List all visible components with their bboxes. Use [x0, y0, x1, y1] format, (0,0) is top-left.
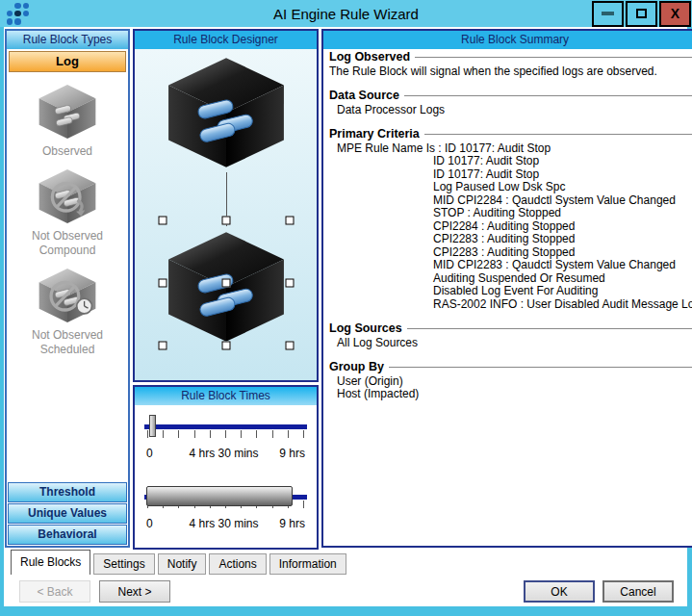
- selection-handle[interactable]: [285, 217, 294, 225]
- not-observed-compound-cube-icon: [36, 167, 99, 225]
- summary-line: All Log Sources: [329, 337, 692, 350]
- section-divider: [404, 95, 692, 97]
- wizard-nav-row: < Back Next > OK Cancel: [4, 580, 687, 603]
- tab-rule-blocks[interactable]: Rule Blocks: [11, 550, 90, 575]
- maximize-button[interactable]: [626, 1, 657, 27]
- app-dots-icon: [7, 3, 29, 25]
- slider-label-max: 9 hrs: [272, 447, 305, 460]
- behavioral-button[interactable]: Behavioral: [8, 525, 127, 545]
- rule-block-types-panel: Rule Block Types Log: [5, 29, 130, 548]
- section-title: Data Source: [329, 90, 399, 103]
- summary-line: CPI2284 : Auditing Stopped: [329, 220, 692, 234]
- summary-line: ID 10177: Audit Stop: [329, 168, 692, 182]
- titlebar: AI Engine Rule Wizard X: [0, 0, 692, 27]
- minimize-button[interactable]: [592, 1, 624, 27]
- type-label-observed: Observed: [7, 144, 128, 159]
- summary-line: Disabled Log Event For Auditing: [329, 285, 692, 298]
- summary-line: CPI2283 : Auditing Stopped: [329, 246, 692, 260]
- summary-line: Data Processor Logs: [329, 104, 692, 117]
- type-item-not-observed-compound[interactable]: Not Observed Compound: [7, 167, 128, 258]
- slider-label-min: 0: [146, 517, 175, 530]
- summary-line: User (Origin): [329, 375, 692, 389]
- selection-handle[interactable]: [285, 279, 294, 288]
- slider-track[interactable]: [144, 424, 307, 429]
- section-title: Primary Criteria: [329, 128, 420, 141]
- selection-handle[interactable]: [158, 342, 167, 350]
- slider-label-mid: 4 hrs 30 mins: [175, 447, 272, 460]
- rule-block-summary-panel: Rule Block Summary Log ObservedThe Rule …: [321, 29, 692, 548]
- type-label-not-observed-scheduled: Not Observed Scheduled: [7, 328, 128, 357]
- tab-information[interactable]: Information: [269, 553, 346, 575]
- slider-label-min: 0: [146, 447, 175, 460]
- tab-actions[interactable]: Actions: [209, 553, 266, 575]
- summary-section: Group ByUser (Origin)Host (Impacted): [329, 361, 692, 401]
- section-divider: [424, 134, 692, 136]
- summary-line: ID 10177: Audit Stop: [329, 155, 692, 168]
- summary-section: Log ObservedThe Rule Block will signal w…: [329, 51, 692, 78]
- dialog-content: Rule Block Types Log: [4, 27, 687, 606]
- close-button[interactable]: X: [659, 1, 691, 27]
- threshold-button[interactable]: Threshold: [8, 482, 127, 502]
- tab-notify[interactable]: Notify: [158, 553, 207, 575]
- selection-handle[interactable]: [285, 342, 294, 350]
- summary-sections: Log ObservedThe Rule Block will signal w…: [323, 49, 692, 546]
- summary-line: RAS-2002 INFO : User Disabled Audit Mess…: [329, 298, 692, 312]
- summary-line: MPE Rule Name Is : ID 10177: Audit Stop: [329, 142, 692, 156]
- slider-thumb[interactable]: [149, 415, 156, 437]
- rule-block-times-panel: Rule Block Times 0 4 hrs 30 mins: [133, 385, 319, 550]
- selection-handle[interactable]: [221, 342, 230, 350]
- close-icon: X: [671, 6, 679, 21]
- designer-canvas[interactable]: [135, 49, 317, 380]
- ai-engine-rule-wizard-window: AI Engine Rule Wizard X Rule Block Types…: [0, 0, 692, 616]
- section-title: Log Sources: [329, 322, 402, 336]
- times-body: 0 4 hrs 30 mins 9 hrs: [135, 405, 317, 548]
- next-button[interactable]: Next >: [99, 580, 170, 603]
- type-item-not-observed-scheduled[interactable]: Not Observed Scheduled: [7, 267, 128, 357]
- slider-labels: 0 4 hrs 30 mins 9 hrs: [146, 447, 305, 460]
- slider-label-mid: 4 hrs 30 mins: [175, 517, 272, 530]
- back-button[interactable]: < Back: [19, 580, 90, 603]
- rule-block-designer-panel: Rule Block Designer: [133, 29, 319, 382]
- ok-button[interactable]: OK: [524, 580, 595, 603]
- summary-line: STOP : Auditing Stopped: [329, 207, 692, 220]
- summary-section: Primary CriteriaMPE Rule Name Is : ID 10…: [329, 128, 692, 311]
- summary-section: Data SourceData Processor Logs: [329, 90, 692, 116]
- window-title: AI Engine Rule Wizard: [0, 6, 692, 22]
- range-slider-bar[interactable]: [146, 486, 293, 506]
- summary-line: MID CPI2283 : Qaudctl System Value Chang…: [329, 259, 692, 272]
- section-divider: [389, 367, 692, 369]
- cancel-button[interactable]: Cancel: [602, 580, 674, 603]
- rule-block-types-header: Rule Block Types: [7, 31, 128, 49]
- left-panel-spacer: [7, 357, 128, 482]
- log-type-button[interactable]: Log: [9, 51, 126, 72]
- not-observed-scheduled-cube-icon: [36, 267, 99, 324]
- slider-labels: 0 4 hrs 30 mins 9 hrs: [146, 517, 305, 530]
- maximize-icon: [636, 9, 647, 18]
- rule-block-times-header: Rule Block Times: [135, 387, 317, 405]
- designer-column: Rule Block Designer: [133, 29, 319, 548]
- rule-block-designer-header: Rule Block Designer: [135, 31, 317, 49]
- summary-line: The Rule Block will signal when the spec…: [329, 65, 692, 79]
- section-title: Group By: [329, 361, 384, 374]
- selection-handle[interactable]: [158, 279, 167, 288]
- summary-line: CPI2283 : Auditing Stopped: [329, 233, 692, 246]
- range-slider: [144, 485, 307, 514]
- summary-line: Log Paused Low Dsk Spc: [329, 181, 692, 194]
- selection-handle[interactable]: [221, 217, 230, 225]
- section-divider: [415, 57, 692, 59]
- tab-settings[interactable]: Settings: [93, 553, 154, 575]
- selection-handles: [163, 220, 290, 346]
- wizard-tab-strip: Rule Blocks Settings Notify Actions Info…: [11, 550, 687, 575]
- summary-line: Auditing Suspended Or Resumed: [329, 272, 692, 286]
- section-divider: [407, 328, 692, 330]
- summary-line: MID CPI2284 : Qaudctl System Value Chang…: [329, 194, 692, 208]
- observed-cube-icon: [36, 83, 99, 141]
- selection-handle[interactable]: [221, 279, 230, 288]
- parent-rule-block-cube[interactable]: [163, 54, 290, 171]
- slider-ticks: [147, 430, 304, 438]
- selection-handle[interactable]: [158, 217, 167, 225]
- section-title: Log Observed: [329, 51, 410, 64]
- unique-values-button[interactable]: Unique Values: [8, 503, 127, 524]
- type-item-observed[interactable]: Observed: [7, 83, 128, 159]
- minimize-icon: [602, 12, 614, 15]
